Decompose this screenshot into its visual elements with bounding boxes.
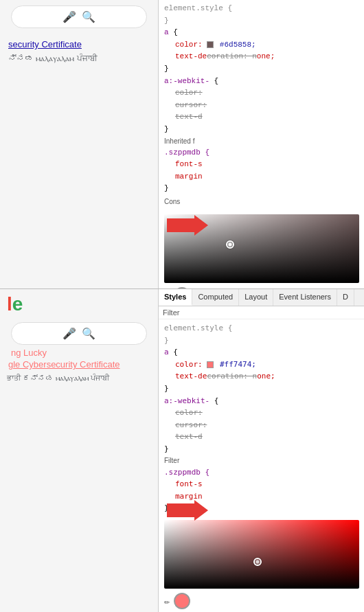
code-line-textdec-b: text-decoration: none; xyxy=(164,370,359,383)
tab-event-listeners[interactable]: Event Listeners xyxy=(273,289,337,306)
szppmdb-block: .szppmdb { xyxy=(164,147,359,159)
code-line-close3: } xyxy=(164,124,359,136)
browser-bottom-panel: l e 🎤 🔍 ng Lucky gle Cybersecurity Certi… xyxy=(0,289,158,612)
code-block-bottom: element.style { } a { color: #ff7474; te… xyxy=(159,319,364,517)
inherited-label: Inherited f xyxy=(164,136,359,147)
code-line-webkit: a:-webkit- { xyxy=(164,76,359,88)
fonts-line: font-s xyxy=(164,159,359,171)
code-line-close3-b: } xyxy=(164,443,359,455)
search-bar-bottom[interactable]: 🎤 🔍 xyxy=(11,322,147,345)
code-line-cursor: cursor: xyxy=(164,100,359,112)
svg-marker-1 xyxy=(167,500,208,521)
tab-d[interactable]: D xyxy=(337,289,354,306)
code-line-textd2-b: text-d xyxy=(164,431,359,443)
filter-label: Filter xyxy=(163,308,179,317)
code-line-color2: color: xyxy=(164,87,359,100)
logo-e-partial: e xyxy=(12,293,23,315)
page-content-top: security Certificate ನ್ನಡ ⲙⲁⲗⲁⲩⲁⲗⲁⲙ ਪੰਜਾ… xyxy=(0,34,158,69)
code-line-color2-b: color: xyxy=(164,407,359,419)
color-swatch-bottom[interactable] xyxy=(207,361,214,368)
code-block-top: element.style { } a { color: #6d5858; te… xyxy=(159,0,364,212)
lucky-text: ng Lucky xyxy=(11,348,158,358)
lens-icon-bottom[interactable]: 🔍 xyxy=(82,327,95,340)
inherited-label-b: Filter xyxy=(164,455,359,466)
svg-marker-0 xyxy=(167,215,208,236)
search-bar-top[interactable]: 🎤 🔍 xyxy=(11,5,147,28)
mic-icon-bottom[interactable]: 🎤 xyxy=(62,327,76,340)
code-line-close2-b: } xyxy=(164,383,359,395)
code-line-cursor-b: cursor: xyxy=(164,419,359,431)
fonts-line-b: font-s xyxy=(164,478,359,490)
color-gradient-bottom[interactable] xyxy=(164,520,359,589)
picker-thumb-top[interactable] xyxy=(226,240,234,249)
code-line-webkit-b: a:-webkit- { xyxy=(164,395,359,407)
picker-thumb-bottom[interactable] xyxy=(253,558,262,566)
mic-icon-top[interactable]: 🎤 xyxy=(62,10,76,23)
cert-link-bottom[interactable]: gle Cybersecurity Certificate xyxy=(8,359,158,370)
filter-row-bottom: Filter xyxy=(159,306,364,319)
tab-styles[interactable]: Styles xyxy=(159,289,192,306)
red-arrow-bottom xyxy=(167,500,208,521)
margin-line: margin xyxy=(164,171,359,183)
tab-layout[interactable]: Layout xyxy=(239,289,273,306)
red-arrow-top xyxy=(167,215,208,236)
devtools-top-panel: element.style { } a { color: #6d5858; te… xyxy=(158,0,364,288)
szppmdb-block-b: .szppmdb { xyxy=(164,466,359,479)
code-line-color: color: #6d5858; xyxy=(164,39,359,52)
color-picker-bottom: ✏️ HEX xyxy=(164,520,359,612)
close4: } xyxy=(164,183,359,195)
color-circle-bottom xyxy=(174,593,190,609)
devtools-bottom-panel: Styles Computed Layout Event Listeners D… xyxy=(158,289,364,612)
browser-top-panel: 🎤 🔍 security Certificate ನ್ನಡ ⲙⲁⲗⲁⲩⲁⲗⲁⲙ … xyxy=(0,0,158,288)
color-swatch-top[interactable] xyxy=(207,41,214,48)
lens-icon-top[interactable]: 🔍 xyxy=(82,10,95,23)
code-line-element: element.style { xyxy=(164,3,359,15)
code-line-textd2: text-d xyxy=(164,111,359,124)
code-line-close1: } xyxy=(164,15,359,27)
multilang-text-bottom: ਭਾਤੀ ಕನ್ನಡ ⲙⲁⲗⲁⲩⲁⲗⲁⲙ ਪੰਜਾਬੀ xyxy=(0,374,158,383)
picker-controls-bottom: ✏️ xyxy=(164,591,359,611)
logo-partial: l e xyxy=(0,289,158,319)
code-line-element-b: element.style { xyxy=(164,322,359,335)
code-line-close1-b: } xyxy=(164,335,359,347)
tab-computed[interactable]: Computed xyxy=(192,289,239,306)
code-line-a-b: a { xyxy=(164,346,359,359)
multilang-text-top: ನ್ನಡ ⲙⲁⲗⲁⲩⲁⲗⲁⲙ ਪੰਜਾਬੀ xyxy=(8,54,150,63)
eyedropper-icon-bottom[interactable]: ✏️ xyxy=(164,596,170,607)
code-line-a: a { xyxy=(164,27,359,39)
cons-row: Cons xyxy=(164,195,359,209)
code-line-textdec: text-decoration: none; xyxy=(164,51,359,63)
logo-l-partial: l xyxy=(7,293,12,315)
cert-link-top[interactable]: security Certificate xyxy=(8,39,150,49)
devtools-tabs-bottom: Styles Computed Layout Event Listeners D xyxy=(159,289,364,306)
code-line-close2: } xyxy=(164,63,359,76)
code-line-color-b: color: #ff7474; xyxy=(164,359,359,371)
